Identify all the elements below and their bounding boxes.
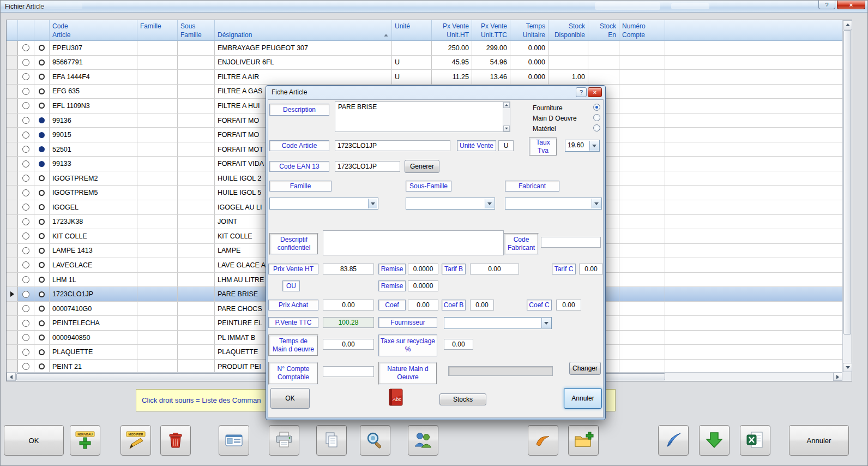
row-status-cell[interactable] (34, 70, 50, 84)
row-select-cell[interactable] (18, 85, 34, 99)
row-status-cell[interactable] (34, 200, 50, 214)
row-select-cell[interactable] (18, 142, 34, 157)
column-header-famille[interactable]: Famille (137, 20, 178, 40)
quill-button[interactable] (658, 425, 689, 456)
row-status-cell[interactable] (34, 128, 50, 142)
table-row[interactable]: EFA 1444F4 FILTRE A AIR U 11.25 13.46 0.… (7, 70, 842, 85)
row-select-cell[interactable] (18, 316, 34, 330)
row-status-cell[interactable] (34, 360, 50, 373)
column-header-designation[interactable]: Désignation (215, 20, 392, 40)
dialog-cancel-button[interactable]: Annuler (564, 388, 602, 409)
stocks-button[interactable]: Stocks (439, 393, 486, 405)
row-status-cell[interactable] (34, 302, 50, 316)
column-header-px-vente-ht[interactable]: Px Vente Unit.HT (432, 20, 472, 40)
row-select-cell[interactable] (18, 360, 34, 373)
radio-icon[interactable] (22, 189, 29, 196)
row-status-cell[interactable] (34, 186, 50, 200)
column-header-stock-en[interactable]: Stock En (588, 20, 619, 40)
column-header-temps[interactable]: Temps Unitaire (510, 20, 548, 40)
vertical-scrollbar[interactable] (842, 20, 852, 372)
row-status-cell[interactable] (34, 244, 50, 258)
radio-fourniture[interactable] (593, 104, 600, 111)
column-header-px-vente-ttc[interactable]: Px Vente Unit.TTC (472, 20, 510, 40)
radio-icon[interactable] (22, 132, 29, 139)
radio-icon[interactable] (22, 363, 29, 370)
fournisseur-dropdown[interactable] (444, 317, 552, 329)
row-select-cell[interactable] (18, 99, 34, 113)
row-status-cell[interactable] (34, 287, 50, 301)
description-scroll-up[interactable] (503, 102, 510, 108)
row-status-cell[interactable] (34, 345, 50, 359)
radio-main-doeuvre[interactable] (593, 114, 600, 121)
radio-icon[interactable] (22, 88, 29, 95)
row-status-cell[interactable] (34, 258, 50, 272)
row-select-cell[interactable] (18, 244, 34, 258)
radio-icon[interactable] (22, 175, 29, 182)
sous-famille-dropdown[interactable] (406, 198, 495, 210)
radio-icon[interactable] (22, 204, 29, 211)
card-button[interactable] (219, 425, 249, 456)
row-select-cell[interactable] (18, 273, 34, 287)
dropdown-button[interactable] (541, 318, 551, 328)
description-scroll-down[interactable] (503, 126, 510, 132)
row-select-cell[interactable] (18, 56, 34, 70)
unite-vente-input[interactable]: U (498, 140, 514, 151)
radio-icon[interactable] (22, 102, 29, 109)
print-button[interactable] (269, 425, 299, 456)
cancel-button[interactable]: Annuler (789, 425, 849, 456)
row-status-cell[interactable] (34, 229, 50, 243)
row-status-cell[interactable] (34, 171, 50, 186)
dialog-help-button[interactable]: ? (576, 87, 587, 97)
famille-dropdown[interactable] (269, 198, 378, 210)
row-status-cell[interactable] (34, 56, 50, 70)
coef-c-input[interactable]: 0.00 (556, 300, 581, 310)
scroll-up-button[interactable] (843, 20, 852, 29)
radio-icon[interactable] (22, 232, 29, 240)
radio-icon[interactable] (22, 218, 29, 225)
radio-icon[interactable] (22, 73, 29, 80)
tva-dropdown[interactable]: 19.60 (565, 140, 600, 152)
description-scrollbar[interactable] (503, 102, 510, 132)
code-ean-input[interactable]: 1723CLO1JP (335, 161, 400, 172)
row-select-cell[interactable] (18, 171, 34, 186)
code-article-input[interactable]: 1723CLO1JP (335, 140, 450, 151)
row-select-cell[interactable] (18, 113, 34, 128)
row-select-cell[interactable] (18, 186, 34, 200)
row-select-cell[interactable] (18, 70, 34, 84)
download-button[interactable] (699, 425, 730, 456)
row-status-cell[interactable] (34, 157, 50, 171)
row-select-cell[interactable] (18, 200, 34, 214)
scroll-left-button[interactable] (7, 373, 16, 381)
export-excel-button[interactable] (740, 425, 770, 456)
column-header-numero-compte[interactable]: Numéro Compte (619, 20, 665, 40)
code-fabricant-input[interactable] (541, 237, 601, 248)
row-select-cell[interactable] (18, 302, 34, 316)
changer-button[interactable]: Changer (569, 362, 601, 375)
row-status-cell[interactable] (34, 85, 50, 99)
temps-main-doeuvre-input[interactable]: 0.00 (323, 339, 374, 350)
column-header-unite[interactable]: Unité (392, 20, 432, 40)
coef-input[interactable]: 0.00 (408, 300, 438, 310)
vertical-scrollbar-thumb[interactable] (843, 30, 851, 334)
row-select-cell[interactable] (18, 157, 34, 171)
prix-vente-ht-input[interactable]: 83.85 (323, 264, 374, 274)
description-input[interactable]: PARE BRISE (335, 101, 510, 132)
row-select-cell[interactable] (18, 128, 34, 142)
row-status-cell[interactable] (34, 316, 50, 330)
radio-icon[interactable] (22, 349, 29, 356)
row-status-cell[interactable] (34, 142, 50, 157)
radio-icon[interactable] (22, 276, 29, 283)
row-select-cell[interactable] (18, 345, 34, 359)
duplicate-button[interactable] (316, 425, 347, 456)
column-header-stock-disponible[interactable]: Stock Disponible (548, 20, 588, 40)
fabricant-dropdown[interactable] (505, 198, 602, 210)
scroll-down-button[interactable] (843, 363, 852, 372)
delete-article-button[interactable] (160, 425, 191, 456)
radio-icon[interactable] (22, 320, 29, 327)
column-header-sous-famille[interactable]: Sous Famille (178, 20, 215, 40)
search-button[interactable] (360, 425, 390, 456)
dictionary-button[interactable]: Abc (388, 388, 403, 407)
dropdown-button[interactable] (589, 141, 599, 151)
dropdown-button[interactable] (592, 199, 601, 208)
window-titlebar[interactable]: Fichier Article ? × (1, 1, 867, 13)
